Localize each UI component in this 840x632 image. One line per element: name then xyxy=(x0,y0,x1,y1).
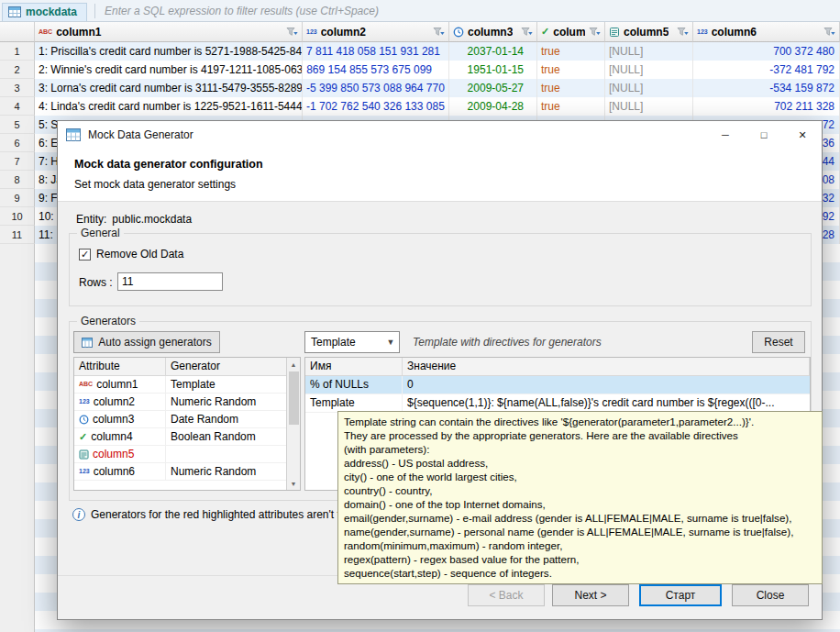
start-label: Старт xyxy=(666,589,696,602)
column-header-column4[interactable]: ✓ column4 xyxy=(537,22,605,42)
chevron-down-icon[interactable]: ▼ xyxy=(382,338,399,347)
row-number[interactable]: 11 xyxy=(0,226,35,244)
cell[interactable]: -372 481 792 xyxy=(693,61,840,79)
row-number[interactable]: 4 xyxy=(0,97,35,116)
property-name[interactable]: % of NULLs xyxy=(305,376,403,394)
table-row[interactable]: 3 3: Lorna's credit card number is 3111-… xyxy=(0,79,840,97)
scroll-up-icon[interactable]: ▲ xyxy=(287,358,300,371)
cell[interactable]: 3: Lorna's credit card number is 3111-54… xyxy=(35,79,303,97)
row-number[interactable]: 6 xyxy=(0,134,35,152)
tab-mockdata[interactable]: mockdata xyxy=(2,3,87,21)
cell[interactable]: 7 811 418 058 151 931 281 xyxy=(303,42,449,61)
filter-icon[interactable] xyxy=(589,27,601,38)
cell[interactable]: [NULL] xyxy=(605,97,693,116)
cell[interactable]: 1951-01-15 xyxy=(449,61,537,79)
remove-old-data-checkbox[interactable]: ✓ Remove Old Data xyxy=(79,248,183,261)
next-button[interactable]: Next > xyxy=(552,584,629,606)
property-row[interactable]: % of NULLs 0 xyxy=(305,376,810,394)
cell[interactable]: 2: Winnie's credit card number is 4197-1… xyxy=(35,61,303,79)
cell[interactable]: -534 159 872 xyxy=(693,79,840,97)
row-number[interactable]: 8 xyxy=(0,171,35,189)
generator-name[interactable]: Date Random xyxy=(166,411,300,427)
attribute-column-header[interactable]: Attribute xyxy=(74,358,166,375)
table-row[interactable]: 1 1: Priscilla's credit card number is 5… xyxy=(0,42,840,61)
row-number[interactable]: 7 xyxy=(0,152,35,171)
cell[interactable]: -5 399 850 573 088 964 770 xyxy=(303,79,449,97)
table-row[interactable]: 2 2: Winnie's credit card number is 4197… xyxy=(0,61,840,79)
attribute-row[interactable]: 123column2 Numeric Random xyxy=(74,394,300,411)
generator-name[interactable]: Template xyxy=(166,376,300,393)
row-number[interactable]: 3 xyxy=(0,79,35,97)
cell[interactable]: [NULL] xyxy=(605,61,693,79)
column-header-label: column2 xyxy=(321,26,366,39)
close-button[interactable]: Close xyxy=(732,584,809,606)
cell[interactable]: true xyxy=(537,61,605,79)
row-number[interactable]: 10 xyxy=(0,207,35,226)
cell[interactable]: true xyxy=(537,79,605,97)
column-header-column5[interactable]: column5 xyxy=(605,22,693,42)
property-value[interactable]: ${sequence(1,1)}: ${name(ALL,false)}'s c… xyxy=(403,394,810,412)
filter-icon[interactable] xyxy=(286,27,298,38)
property-name[interactable]: Template xyxy=(305,394,403,412)
cell[interactable]: 700 372 480 xyxy=(693,42,840,61)
attribute-row[interactable]: ✓column4 Boolean Random xyxy=(74,428,300,446)
property-value[interactable]: 0 xyxy=(403,376,810,394)
dialog-titlebar[interactable]: Mock Data Generator ─ □ ✕ xyxy=(58,121,822,149)
row-number[interactable]: 2 xyxy=(0,61,35,79)
attribute-name: column1 xyxy=(96,376,138,393)
row-number[interactable]: 5 xyxy=(0,116,35,134)
attribute-row[interactable]: column3 Date Random xyxy=(74,411,300,428)
vertical-scrollbar[interactable]: ▲ ▼ xyxy=(286,358,300,490)
close-icon[interactable]: ✕ xyxy=(783,121,822,149)
scrollbar-thumb[interactable] xyxy=(289,371,299,425)
checkbox-icon[interactable]: ✓ xyxy=(79,249,91,261)
cell[interactable]: 2037-01-14 xyxy=(449,42,537,61)
column-header-column6[interactable]: 123 column6 xyxy=(693,22,840,42)
filter-icon[interactable] xyxy=(823,27,835,38)
start-button[interactable]: Старт xyxy=(639,584,722,606)
auto-assign-generators-button[interactable]: Auto assign generators xyxy=(73,331,220,353)
cell[interactable]: -1 702 762 540 326 133 085 xyxy=(303,97,449,116)
generator-name[interactable]: Numeric Random xyxy=(166,394,300,410)
generator-name[interactable]: Numeric Random xyxy=(166,463,300,480)
back-button[interactable]: < Back xyxy=(468,584,545,606)
cell[interactable]: [NULL] xyxy=(605,79,693,97)
generator-select[interactable]: Template ▼ xyxy=(304,331,400,353)
row-number[interactable]: 9 xyxy=(0,189,35,207)
filter-icon[interactable] xyxy=(677,27,689,38)
grid-corner[interactable] xyxy=(0,22,35,42)
cell[interactable]: 2009-04-28 xyxy=(449,97,537,116)
cell[interactable]: [NULL] xyxy=(605,42,693,61)
property-name-header[interactable]: Имя xyxy=(305,358,403,375)
maximize-button[interactable]: □ xyxy=(745,121,783,149)
property-value-header[interactable]: Значение xyxy=(403,358,810,375)
filter-icon[interactable] xyxy=(433,27,445,38)
minimize-button[interactable]: ─ xyxy=(706,121,745,149)
filter-icon[interactable] xyxy=(521,27,533,38)
attribute-row[interactable]: column5 xyxy=(74,446,300,463)
row-number[interactable]: 1 xyxy=(0,42,35,61)
scroll-down-icon[interactable]: ▼ xyxy=(287,477,300,490)
table-row[interactable]: 4 4: Linda's credit card number is 1225-… xyxy=(0,97,840,116)
reset-button[interactable]: Reset xyxy=(752,331,805,353)
column-header-column3[interactable]: column3 xyxy=(449,22,537,42)
column-header-column2[interactable]: 123 column2 xyxy=(303,22,449,42)
attribute-row[interactable]: 123column6 Numeric Random xyxy=(74,463,300,481)
cell[interactable]: true xyxy=(537,97,605,116)
cell[interactable]: 2009-05-27 xyxy=(449,79,537,97)
cell[interactable]: 4: Linda's credit card number is 1225-95… xyxy=(35,97,303,116)
cell[interactable]: 1: Priscilla's credit card number is 527… xyxy=(35,42,303,61)
sql-filter-input[interactable]: Enter a SQL expression to filter results… xyxy=(105,5,379,17)
properties-table-header[interactable]: Имя Значение xyxy=(305,358,810,376)
attribute-row[interactable]: ABCcolumn1 Template xyxy=(74,376,300,394)
cell[interactable]: 869 154 855 573 675 099 xyxy=(303,61,449,79)
column-header-column1[interactable]: ABC column1 xyxy=(35,22,303,42)
generator-name[interactable]: Boolean Random xyxy=(166,428,300,445)
rows-input[interactable] xyxy=(117,272,223,291)
cell[interactable]: true xyxy=(537,42,605,61)
cell[interactable]: 702 211 328 xyxy=(693,97,840,116)
attribute-table-header[interactable]: Attribute Generator xyxy=(74,358,300,376)
generator-name[interactable] xyxy=(166,446,300,462)
property-row[interactable]: Template ${sequence(1,1)}: ${name(ALL,fa… xyxy=(305,394,810,413)
generator-column-header[interactable]: Generator xyxy=(166,358,300,375)
